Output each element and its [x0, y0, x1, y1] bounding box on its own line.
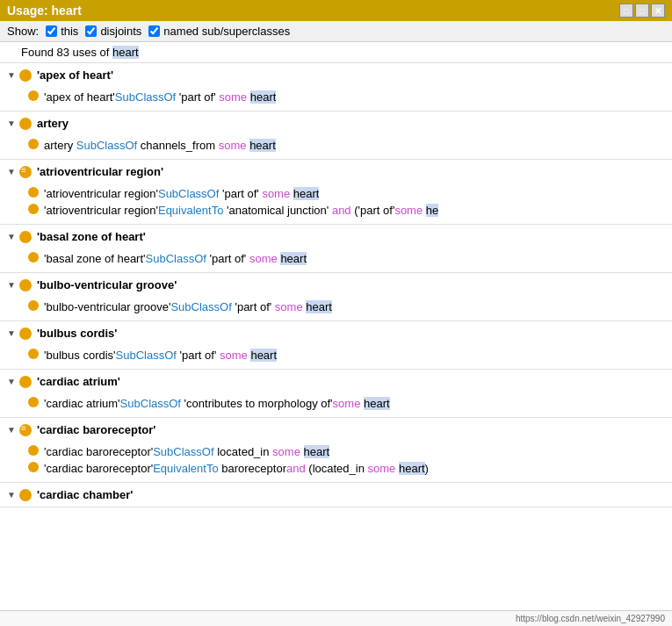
- axiom-row: 'basal zone of heart'SubClassOf 'part of…: [28, 250, 665, 267]
- status-bar: https://blog.csdn.net/weixin_42927990: [0, 610, 672, 626]
- section-body: 'basal zone of heart'SubClassOf 'part of…: [0, 248, 672, 272]
- section-header-cardiac-chamber[interactable]: ▼ 'cardiac chamber': [0, 483, 672, 507]
- minimize-button[interactable]: □: [619, 4, 633, 18]
- section-header-cardiac-atrium[interactable]: ▼ 'cardiac atrium': [0, 370, 672, 393]
- axiom-text: 'basal zone of heart'SubClassOf 'part of…: [44, 252, 307, 265]
- checkbox-named[interactable]: named sub/superclasses: [148, 25, 290, 38]
- axiom-dot: [28, 397, 39, 407]
- axiom-text: 'atrioventricular region'EquivalentTo 'a…: [44, 204, 438, 217]
- dot-icon: [19, 118, 32, 130]
- axiom-row: 'cardiac baroreceptor'EquivalentTo baror…: [28, 460, 665, 477]
- dot-eq-icon: [19, 166, 32, 178]
- section-title: 'atrioventricular region': [37, 165, 163, 178]
- section-header-bulbo-ventricular-groove[interactable]: ▼ 'bulbo-ventricular groove': [0, 273, 672, 297]
- axiom-text: 'cardiac baroreceptor'EquivalentTo baror…: [44, 462, 429, 475]
- section-header-basal-zone-of-heart[interactable]: ▼ 'basal zone of heart': [0, 225, 672, 248]
- dot-icon: [19, 69, 32, 82]
- axiom-text: 'atrioventricular region'SubClassOf 'par…: [44, 187, 319, 200]
- checkbox-this-input[interactable]: [46, 25, 57, 37]
- maximize-button[interactable]: □: [635, 4, 649, 18]
- arrow-icon: ▼: [7, 232, 16, 241]
- checkbox-named-input[interactable]: [148, 25, 160, 37]
- section-body: 'cardiac atrium'SubClassOf 'contributes …: [0, 393, 672, 417]
- dot-icon: [19, 327, 32, 340]
- axiom-dot: [28, 462, 39, 472]
- main-content[interactable]: ▼ 'apex of heart' 'apex of heart'SubClas…: [0, 63, 672, 614]
- dot-icon: [19, 279, 32, 291]
- section-title: 'cardiac baroreceptor': [37, 423, 156, 436]
- dot-icon: [19, 489, 32, 501]
- section-title: 'bulbus cordis': [37, 327, 117, 340]
- arrow-icon: ▼: [7, 280, 16, 290]
- show-label: Show:: [7, 25, 39, 38]
- checkbox-this[interactable]: this: [46, 25, 78, 38]
- section-header-cardiac-baroreceptor[interactable]: ▼ 'cardiac baroreceptor': [0, 418, 672, 442]
- section-body: artery SubClassOf channels_from some hea…: [0, 135, 672, 159]
- section-bulbus-cordis: ▼ 'bulbus cordis' 'bulbus cordis'SubClas…: [0, 321, 672, 370]
- axiom-row: 'atrioventricular region'SubClassOf 'par…: [28, 185, 665, 202]
- section-body: 'cardiac baroreceptor'SubClassOf located…: [0, 442, 672, 482]
- axiom-row: 'cardiac baroreceptor'SubClassOf located…: [28, 443, 665, 460]
- axiom-text: 'bulbo-ventricular groove'SubClassOf 'pa…: [44, 300, 332, 313]
- close-button[interactable]: ✕: [651, 4, 665, 18]
- axiom-text: artery SubClassOf channels_from some hea…: [44, 139, 276, 152]
- arrow-icon: ▼: [7, 425, 16, 435]
- section-title: 'bulbo-ventricular groove': [37, 278, 177, 291]
- section-title: 'cardiac chamber': [37, 488, 134, 501]
- title-bar-controls: □ □ ✕: [619, 4, 665, 18]
- show-bar: Show: this disjoints named sub/superclas…: [0, 21, 672, 42]
- section-artery: ▼ artery artery SubClassOf channels_from…: [0, 112, 672, 160]
- axiom-row: 'apex of heart'SubClassOf 'part of' some…: [28, 89, 665, 105]
- section-bulbo-ventricular-groove: ▼ 'bulbo-ventricular groove' 'bulbo-vent…: [0, 273, 672, 321]
- axiom-dot: [28, 90, 39, 101]
- title-label: Usage: heart: [7, 4, 82, 18]
- axiom-text: 'apex of heart'SubClassOf 'part of' some…: [44, 90, 276, 104]
- section-header-apex-of-heart[interactable]: ▼ 'apex of heart': [0, 63, 672, 87]
- section-body: 'bulbo-ventricular groove'SubClassOf 'pa…: [0, 297, 672, 320]
- axiom-dot: [28, 445, 39, 456]
- arrow-icon: ▼: [7, 119, 16, 128]
- axiom-row: 'bulbo-ventricular groove'SubClassOf 'pa…: [28, 299, 665, 315]
- arrow-icon: ▼: [7, 167, 16, 176]
- section-header-artery[interactable]: ▼ artery: [0, 112, 672, 135]
- section-atrioventricular-region: ▼ 'atrioventricular region' 'atrioventri…: [0, 160, 672, 225]
- axiom-row: 'cardiac atrium'SubClassOf 'contributes …: [28, 395, 665, 412]
- section-header-atrioventricular-region[interactable]: ▼ 'atrioventricular region': [0, 160, 672, 183]
- axiom-row: 'bulbus cordis'SubClassOf 'part of' some…: [28, 347, 665, 363]
- section-cardiac-baroreceptor: ▼ 'cardiac baroreceptor' 'cardiac barore…: [0, 418, 672, 483]
- section-title: 'cardiac atrium': [37, 375, 120, 388]
- found-term: heart: [112, 46, 139, 59]
- section-body: 'bulbus cordis'SubClassOf 'part of' some…: [0, 345, 672, 369]
- checkbox-named-label: named sub/superclasses: [163, 25, 290, 38]
- found-bar: Found 83 uses of heart: [0, 42, 672, 63]
- section-header-bulbus-cordis[interactable]: ▼ 'bulbus cordis': [0, 321, 672, 345]
- arrow-icon: ▼: [7, 328, 16, 338]
- axiom-text: 'cardiac atrium'SubClassOf 'contributes …: [44, 397, 390, 410]
- section-title: 'apex of heart': [37, 68, 113, 82]
- axiom-dot: [28, 139, 39, 149]
- dot-eq-icon: [19, 424, 32, 436]
- section-title: 'basal zone of heart': [37, 230, 146, 243]
- section-body: 'apex of heart'SubClassOf 'part of' some…: [0, 87, 672, 111]
- status-url: https://blog.csdn.net/weixin_42927990: [516, 614, 665, 623]
- section-cardiac-atrium: ▼ 'cardiac atrium' 'cardiac atrium'SubCl…: [0, 370, 672, 418]
- section-basal-zone-of-heart: ▼ 'basal zone of heart' 'basal zone of h…: [0, 225, 672, 273]
- dot-icon: [19, 231, 32, 243]
- dot-icon: [19, 376, 32, 388]
- arrow-icon: ▼: [7, 490, 16, 500]
- checkbox-disjoints[interactable]: disjoints: [85, 25, 141, 38]
- arrow-icon: ▼: [7, 70, 16, 80]
- section-apex-of-heart: ▼ 'apex of heart' 'apex of heart'SubClas…: [0, 63, 672, 112]
- axiom-dot: [28, 204, 39, 214]
- axiom-dot: [28, 300, 39, 311]
- axiom-text: 'bulbus cordis'SubClassOf 'part of' some…: [44, 349, 277, 362]
- checkbox-this-label: this: [61, 25, 78, 38]
- checkbox-disjoints-input[interactable]: [85, 25, 97, 37]
- axiom-row: artery SubClassOf channels_from some hea…: [28, 137, 665, 154]
- checkbox-disjoints-label: disjoints: [100, 25, 141, 38]
- axiom-text: 'cardiac baroreceptor'SubClassOf located…: [44, 445, 329, 458]
- title-bar: Usage: heart □ □ ✕: [0, 0, 672, 21]
- axiom-dot: [28, 349, 39, 359]
- found-text: Found 83 uses of heart: [21, 46, 139, 59]
- arrow-icon: ▼: [7, 377, 16, 386]
